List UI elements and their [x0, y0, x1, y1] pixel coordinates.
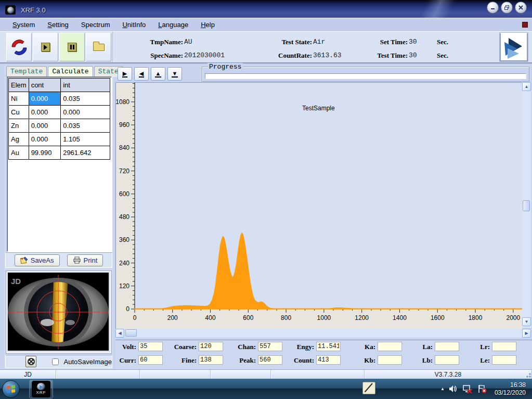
- le-field[interactable]: [492, 355, 516, 365]
- volume-icon[interactable]: [449, 385, 458, 393]
- table-header-int: int: [61, 79, 110, 92]
- cell-int[interactable]: 0.000: [61, 106, 110, 119]
- scroll-right-button[interactable]: ▶: [522, 329, 531, 338]
- scroll-left-button[interactable]: ◀: [115, 329, 124, 338]
- cell-elem[interactable]: Cu: [9, 106, 29, 119]
- kb-label: Kb:: [329, 356, 375, 365]
- svg-text:0: 0: [133, 314, 137, 321]
- cell-cont[interactable]: 0.000: [29, 92, 61, 106]
- test-state-label: Test State:: [261, 38, 312, 46]
- cell-elem[interactable]: Ag: [9, 133, 29, 146]
- countrate-value: 3613.63: [313, 52, 342, 59]
- brand-logo[interactable]: [500, 33, 528, 61]
- table-row-ag: Ag0.0001.105: [9, 133, 110, 146]
- status-cell-2: [140, 370, 211, 379]
- menu-item-system[interactable]: System: [6, 19, 41, 31]
- cell-elem[interactable]: Ni: [9, 92, 29, 106]
- open-spectrum-button[interactable]: [86, 33, 111, 61]
- brand-fish-icon: [502, 36, 525, 59]
- progress-bar: [205, 73, 526, 79]
- camera-watermark: JD: [11, 277, 21, 286]
- table-row-zn: Zn0.0000.035: [9, 119, 110, 133]
- network-icon[interactable]: [462, 385, 473, 393]
- chart-vertical-scrollbar[interactable]: ▲ ▼: [522, 82, 531, 328]
- camera-image: JD: [8, 273, 109, 351]
- svg-text:200: 200: [167, 314, 178, 321]
- tab-calculate[interactable]: Calculate: [48, 66, 93, 77]
- pause-test-button[interactable]: [59, 33, 85, 61]
- test-time-unit: Sec.: [427, 52, 448, 60]
- action-center-flag-icon[interactable]: [477, 384, 487, 393]
- step-forward-icon: ▶: [122, 71, 127, 78]
- cell-int[interactable]: 1.105: [61, 133, 110, 146]
- cell-int[interactable]: 0.035: [61, 119, 110, 133]
- spectrum-chart: 0200400600800100012001400160018002000012…: [115, 82, 522, 329]
- taskbar-app-xrf[interactable]: XRF: [29, 380, 53, 398]
- menu-corner-icon: [522, 22, 528, 28]
- menu-item-setting[interactable]: Setting: [41, 19, 74, 31]
- film-reel-icon: [27, 357, 36, 366]
- curr-label: Curr:: [89, 356, 136, 365]
- cell-cont[interactable]: 0.000: [29, 106, 61, 119]
- progress-groupbox: Progress: [202, 67, 529, 82]
- scroll-up-button[interactable]: ▲: [522, 82, 531, 91]
- cell-int[interactable]: 2961.642: [61, 146, 110, 160]
- tray-date: 03/12/2020: [495, 389, 526, 397]
- cell-int[interactable]: 0.035: [61, 92, 110, 106]
- minimize-button[interactable]: [487, 2, 499, 14]
- svg-text:1600: 1600: [431, 314, 445, 321]
- close-button[interactable]: [515, 2, 527, 14]
- svg-text:1200: 1200: [355, 314, 369, 321]
- autosave-checkbox[interactable]: [52, 358, 59, 365]
- svg-text:800: 800: [281, 314, 291, 321]
- test-state-value: Air: [313, 38, 325, 46]
- svg-text:840: 840: [119, 144, 129, 151]
- hscroll-thumb[interactable]: [125, 329, 137, 337]
- notepad-pen-icon[interactable]: [362, 382, 375, 394]
- svg-text:720: 720: [119, 168, 129, 175]
- snapshot-button[interactable]: [25, 356, 36, 367]
- cell-elem[interactable]: Au: [9, 146, 29, 160]
- titlebar: XRF 3.0: [0, 0, 532, 18]
- refresh-arrows-icon: [10, 38, 29, 57]
- cell-cont[interactable]: 0.000: [29, 119, 61, 133]
- menu-item-unitinfo[interactable]: UnitInfo: [116, 19, 152, 31]
- step-back-button[interactable]: ◀: [134, 67, 149, 81]
- cell-elem[interactable]: Zn: [9, 119, 29, 133]
- saveas-button[interactable]: SaveAs: [15, 254, 60, 266]
- print-button[interactable]: Print: [67, 254, 103, 266]
- start-test-button[interactable]: [33, 33, 58, 61]
- scroll-down-button[interactable]: ▼: [522, 317, 531, 326]
- table-row-au: Au99.9902961.642: [9, 146, 110, 160]
- lr-field[interactable]: [492, 342, 516, 351]
- table-header-cont: cont: [29, 79, 61, 92]
- step-forward-button[interactable]: ▶: [118, 67, 132, 81]
- menu-item-language[interactable]: Language: [152, 19, 194, 31]
- scale-down-icon: ▼: [172, 71, 178, 78]
- start-button[interactable]: [2, 380, 20, 398]
- clock[interactable]: 16:38 03/12/2020: [495, 381, 529, 397]
- menu-item-help[interactable]: Help: [194, 19, 221, 31]
- cell-cont[interactable]: 99.990: [29, 146, 61, 160]
- hidden-icons-button[interactable]: ▲: [440, 387, 445, 391]
- cell-cont[interactable]: 0.000: [29, 133, 61, 146]
- left-panel: TemplateCalculateState Elemcontint Ni0.0…: [4, 66, 113, 368]
- status-cell-0: JD: [0, 370, 56, 379]
- scale-up-icon: ▲: [155, 71, 162, 78]
- statusbar: JDV3.7.3.28: [0, 369, 532, 379]
- scale-down-button[interactable]: ▼: [167, 67, 182, 81]
- taskbar: XRF ▲ 16:38 03: [0, 379, 532, 399]
- svg-text:1080: 1080: [116, 98, 129, 106]
- restore-button[interactable]: [501, 2, 513, 14]
- svg-text:600: 600: [243, 314, 253, 321]
- scale-up-button[interactable]: ▲: [151, 67, 165, 81]
- chart-horizontal-scrollbar[interactable]: ◀: [115, 329, 522, 338]
- initialize-button[interactable]: [6, 33, 32, 61]
- tab-template[interactable]: Template: [6, 66, 47, 77]
- tray-time: 16:38: [495, 381, 526, 389]
- pause-icon: [68, 43, 76, 52]
- tmpname-value: AU: [184, 38, 192, 46]
- menu-item-spectrum[interactable]: Spectrum: [75, 19, 116, 31]
- resize-grip: [525, 371, 531, 378]
- vscroll-thumb[interactable]: [523, 200, 530, 211]
